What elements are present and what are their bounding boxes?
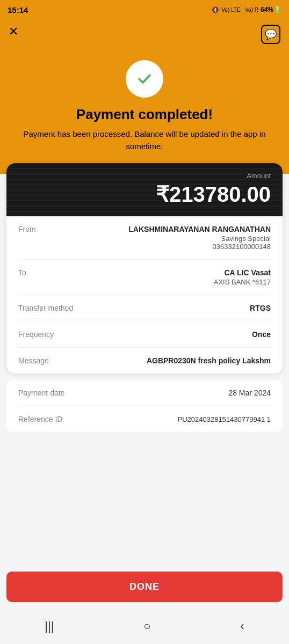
success-circle [126,60,163,98]
checkmark-icon [135,69,154,89]
frequency-row: Frequency Once [18,321,271,348]
amount-label: Amount [18,172,271,180]
bottom-nav: ||| ○ ‹ [0,613,289,644]
to-label: To [18,268,32,277]
transfer-method-row: Transfer method RTGS [18,295,271,321]
done-button[interactable]: DONE [6,572,283,602]
amount-value: ₹213780.00 [18,182,271,207]
svg-point-0 [135,69,154,89]
status-icons: 🔇 Vo) LTE Vo) R 64%🔋 [212,6,281,13]
close-button[interactable]: ✕ [9,25,18,39]
extra-info-section: Payment date 28 Mar 2024 Reference ID PU… [6,380,283,432]
from-account-type: Savings Special [128,235,271,243]
battery-icon: 64%🔋 [261,6,281,13]
reference-id-label: Reference ID [18,415,62,423]
from-value: LAKSHMINARAYANAN RANGANATHAN Savings Spe… [128,225,271,251]
to-bank: AXIS BANK *6117 [214,278,271,286]
details-section: From LAKSHMINARAYANAN RANGANATHAN Saving… [6,216,283,374]
transfer-method-label: Transfer method [18,304,78,312]
to-name: CA LIC Vasat [214,268,271,277]
home-button[interactable]: ○ [143,619,150,633]
reference-id-row: Reference ID PU20240328151430779941 1 [18,406,271,432]
payment-date-row: Payment date 28 Mar 2024 [18,380,271,406]
to-row: To CA LIC Vasat AXIS BANK *6117 [18,260,271,295]
from-name: LAKSHMINARAYANAN RANGANATHAN [128,225,271,233]
signal-info: Vo) LTE Vo) R [221,7,258,13]
from-label: From [18,225,41,233]
back-button[interactable]: ‹ [240,619,244,633]
reference-id-value: PU20240328151430779941 1 [177,415,271,423]
payment-card: Amount ₹213780.00 From LAKSHMINARAYANAN … [6,163,283,374]
status-time: 15:14 [8,5,28,14]
frequency-value: Once [252,330,271,339]
chat-button[interactable]: 💬 [261,25,280,44]
frequency-label: Frequency [18,330,59,339]
recent-apps-button[interactable]: ||| [45,619,54,633]
done-section: DONE [0,561,289,613]
transfer-method-value: RTGS [250,304,271,312]
message-label: Message [18,356,54,365]
message-row: Message AGBPR0230N fresh policy Lakshm [18,348,271,374]
status-bar: 15:14 🔇 Vo) LTE Vo) R 64%🔋 [0,0,289,19]
from-account-number: 036332100000148 [128,243,271,251]
payment-date-value: 28 Mar 2024 [228,389,271,397]
payment-title: Payment completed! [76,106,213,123]
to-value: CA LIC Vasat AXIS BANK *6117 [214,268,271,286]
from-row: From LAKSHMINARAYANAN RANGANATHAN Saving… [18,216,271,260]
message-value: AGBPR0230N fresh policy Lakshm [147,356,271,365]
chat-icon: 💬 [265,28,277,40]
payment-date-label: Payment date [18,389,64,397]
amount-section: Amount ₹213780.00 [6,163,283,216]
mute-icon: 🔇 [212,6,219,13]
payment-subtitle: Payment has been processed. Balance will… [11,128,278,152]
hero-section: Payment completed! Payment has been proc… [0,60,289,174]
header: ✕ 💬 [0,19,289,60]
